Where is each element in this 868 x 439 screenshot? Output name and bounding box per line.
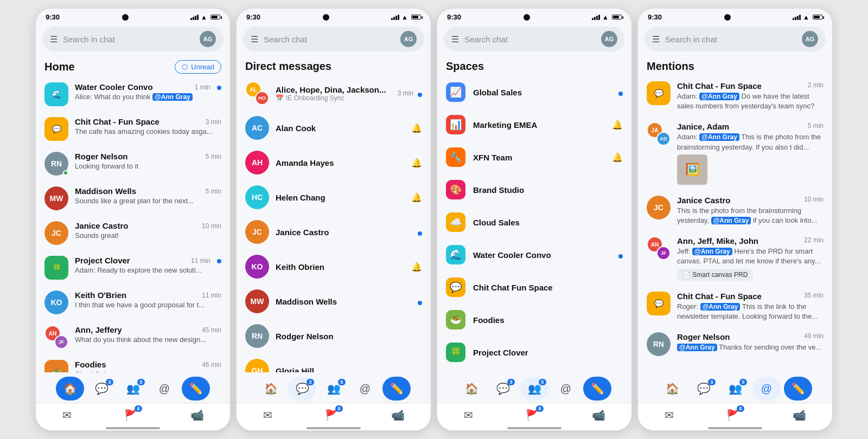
dm-item[interactable]: AC Alan Cook 🔔 <box>237 111 431 145</box>
nav-pill-1[interactable]: 💬3 <box>87 377 116 401</box>
nav-pill-0[interactable]: 🏠 <box>56 377 84 401</box>
bottom-tab-1[interactable]: 🚩8 <box>119 406 143 424</box>
user-avatar[interactable]: AG <box>400 31 417 47</box>
content-area[interactable]: 📈 Global Sales 📊 Marketing EMEA 🔔 🔧 XFN … <box>437 76 631 372</box>
mention-item[interactable]: JA AD Janice, Adam 5 min Adam: @Ann Gray… <box>638 117 832 190</box>
dm-item[interactable]: RN Rodger Nelson <box>237 319 431 353</box>
nav-pill-4[interactable]: ✏️ <box>182 377 210 401</box>
nav-pill-2[interactable]: 👥5 <box>721 377 749 401</box>
nav-pill-1[interactable]: 💬3 <box>489 377 517 401</box>
search-input[interactable]: Search chat <box>264 35 395 44</box>
nav-pill-0[interactable]: 🏠 <box>658 377 686 401</box>
nav-pill-3[interactable]: @ <box>150 377 178 401</box>
mention-item[interactable]: JC Janice Castro 10 min This is the phot… <box>638 190 832 231</box>
bottom-tab-0[interactable]: ✉ <box>659 406 679 424</box>
bottom-tab-0[interactable]: ✉ <box>57 406 77 424</box>
nav-pill-3[interactable]: @ <box>752 377 781 401</box>
chat-item[interactable]: JC Janice Castro 10 min Sounds great! <box>36 216 230 250</box>
nav-pill-1[interactable]: 💬3 <box>690 377 718 401</box>
mention-item[interactable]: RN Roger Nelson 49 min @Ann Gray Thanks … <box>638 327 832 361</box>
mention-item[interactable]: 💬 Chit Chat - Fun Space 35 min Roger: @A… <box>638 286 832 327</box>
search-bar[interactable]: ☰ Search chat AG <box>444 27 625 51</box>
bottom-tab-2[interactable]: 📹 <box>586 406 611 424</box>
nav-pill-0[interactable]: 🏠 <box>257 377 285 401</box>
hamburger-icon[interactable]: ☰ <box>251 34 258 44</box>
hamburger-icon[interactable]: ☰ <box>451 34 459 44</box>
mention-avatar: 💬 <box>647 292 671 315</box>
chat-item[interactable]: RN Roger Nelson 5 min Looking forward to… <box>36 146 230 181</box>
hamburger-icon[interactable]: ☰ <box>50 34 58 44</box>
space-item[interactable]: 🍀 Project Clover <box>437 336 631 369</box>
user-avatar[interactable]: AG <box>802 31 818 47</box>
chat-item[interactable]: KO Keith O'Brien 11 min I thin that we h… <box>36 285 230 320</box>
user-avatar[interactable]: AG <box>200 31 216 47</box>
nav-pill-2[interactable]: 👥5 <box>320 377 348 401</box>
content-area[interactable]: 💬 Chit Chat - Fun Space 2 min Adam: @Ann… <box>638 76 832 372</box>
bottom-tab-1[interactable]: 🚩8 <box>520 406 545 424</box>
hamburger-icon[interactable]: ☰ <box>652 34 660 44</box>
search-bar[interactable]: ☰ Search chat AG <box>243 27 424 51</box>
space-item[interactable]: 🎨 Brand Studio <box>437 173 631 206</box>
dm-item[interactable]: HC Helen Chang 🔔 <box>237 180 431 215</box>
dm-item[interactable]: AL HO Alice, Hope, Dina, Jackson... 📅IE … <box>237 76 431 111</box>
mention-name-row: Janice Castro 10 min <box>677 196 824 205</box>
search-input[interactable]: Search chat <box>464 35 596 44</box>
chat-item[interactable]: AN JF Ann, Jeffery 45 min What do you th… <box>36 320 230 354</box>
nav-pill-4[interactable]: ✏️ <box>583 377 611 401</box>
dm-item[interactable]: JC Janice Castro <box>237 215 431 249</box>
bell-icon[interactable]: 🔔 <box>411 123 422 133</box>
bottom-tab-0[interactable]: ✉ <box>258 406 278 424</box>
space-item[interactable]: 📊 Marketing EMEA 🔔 <box>437 108 631 141</box>
bottom-tab-1[interactable]: 🚩8 <box>320 406 344 424</box>
unread-button[interactable]: ⬡ Unread <box>175 60 221 74</box>
dm-item[interactable]: KO Keith Obrien 🔔 <box>237 249 431 284</box>
bottom-tab-2[interactable]: 📹 <box>787 406 812 424</box>
chat-item[interactable]: 🥗 Foodies 46 min Cloud Sales <box>36 354 230 372</box>
chat-name-row: Ann, Jeffery 45 min <box>75 325 221 334</box>
chat-item[interactable]: 💬 Chit Chat - Fun Space 3 min The cafe h… <box>36 112 230 146</box>
search-input[interactable]: Search in chat <box>63 35 194 44</box>
space-item[interactable]: 🥗 Foodies <box>437 304 631 336</box>
space-item[interactable]: 🌊 Water Cooler Convo <box>437 238 631 271</box>
user-avatar[interactable]: AG <box>601 31 617 47</box>
bottom-tab-2[interactable]: 📹 <box>386 406 410 424</box>
nav-pill-4[interactable]: ✏️ <box>382 377 411 401</box>
bell-icon[interactable]: 🔔 <box>411 262 422 272</box>
bottom-tab-2[interactable]: 📹 <box>185 406 209 424</box>
content-area[interactable]: AL HO Alice, Hope, Dina, Jackson... 📅IE … <box>237 76 431 372</box>
status-time: 9:30 <box>447 13 461 21</box>
search-bar[interactable]: ☰ Search in chat AG <box>644 27 826 51</box>
nav-pill-0[interactable]: 🏠 <box>457 377 486 401</box>
space-item[interactable]: ☁️ Cloud Sales <box>437 206 631 238</box>
dm-item[interactable]: MW Maddison Wells <box>237 284 431 319</box>
search-input[interactable]: Search in chat <box>665 35 796 44</box>
nav-pill-3[interactable]: @ <box>351 377 379 401</box>
mention-item[interactable]: 💬 Chit Chat - Fun Space 2 min Adam: @Ann… <box>638 76 832 117</box>
bottom-tab-0[interactable]: ✉ <box>458 406 478 424</box>
chat-item[interactable]: 🍀 Project Clover 11 min Adam: Ready to e… <box>36 250 230 285</box>
search-bar[interactable]: ☰ Search in chat AG <box>42 27 224 51</box>
bell-icon[interactable]: 🔔 <box>612 152 623 163</box>
bell-icon[interactable]: 🔔 <box>411 192 422 203</box>
wifi-icon: ▲ <box>201 14 207 21</box>
chat-item[interactable]: 🌊 Water Cooler Convo 1 min Alice: What d… <box>36 77 230 112</box>
space-item[interactable]: 📈 Global Sales <box>437 76 631 108</box>
bottom-tab-1[interactable]: 🚩8 <box>721 406 745 424</box>
home-indicator <box>507 427 561 429</box>
space-item[interactable]: 🔧 XFN Team 🔔 <box>437 141 631 173</box>
mention-item[interactable]: AN JF Ann, Jeff, Mike, John 22 min Jeff:… <box>638 231 832 286</box>
nav-pill-3[interactable]: @ <box>552 377 580 401</box>
nav-pill-2[interactable]: 👥5 <box>119 377 147 401</box>
dm-item[interactable]: GH Gloria Hill <box>237 353 431 372</box>
bell-icon[interactable]: 🔔 <box>411 158 422 168</box>
bell-icon[interactable]: 🔔 <box>612 120 623 130</box>
nav-pill-2[interactable]: 👥5 <box>520 377 548 401</box>
nav-pill-1[interactable]: 💬3 <box>288 377 316 401</box>
content-area[interactable]: 🌊 Water Cooler Convo 1 min Alice: What d… <box>36 77 230 372</box>
space-icon: 🌊 <box>446 245 465 264</box>
dm-item[interactable]: AH Amanda Hayes 🔔 <box>237 145 431 180</box>
file-chip[interactable]: 📄 Smart canvas PRD <box>677 269 753 281</box>
space-item[interactable]: 💬 Chit Chat Fun Space <box>437 271 631 304</box>
chat-item[interactable]: MW Maddison Wells 5 min Sounds like a gr… <box>36 181 230 216</box>
nav-pill-4[interactable]: ✏️ <box>784 377 812 401</box>
